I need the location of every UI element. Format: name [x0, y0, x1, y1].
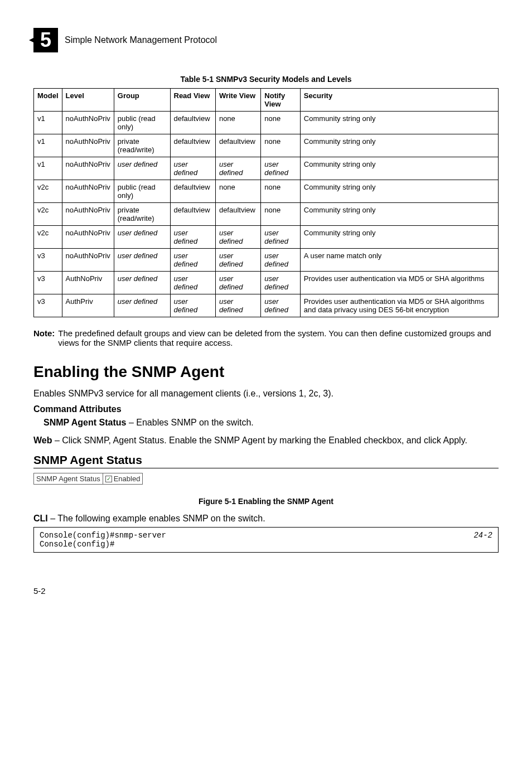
table-cell: noAuthNoPriv: [62, 203, 114, 226]
table-row: v1noAuthNoPrivpublic (read only)defaultv…: [34, 112, 499, 134]
figure-caption: Figure 5-1 Enabling the SNMP Agent: [33, 497, 499, 506]
table-cell: defaultview: [215, 134, 260, 157]
table-cell: v2c: [34, 226, 62, 249]
table-cell: A user name match only: [300, 249, 498, 272]
table-cell: user defined: [114, 294, 170, 317]
security-table: ModelLevelGroupRead ViewWrite ViewNotify…: [33, 88, 499, 317]
status-cell-enabled: ✓ Enabled: [103, 473, 143, 484]
table-cell: user defined: [261, 294, 301, 317]
table-cell: user defined: [170, 294, 215, 317]
table-cell: noAuthNoPriv: [62, 226, 114, 249]
table-row: v1noAuthNoPrivuser defineduser definedus…: [34, 157, 499, 180]
table-cell: v1: [34, 112, 62, 134]
note-text: The predefined default groups and view c…: [58, 328, 499, 347]
snmp-agent-status-heading: SNMP Agent Status: [33, 453, 499, 467]
note-label: Note:: [33, 328, 55, 347]
table-row: v2cnoAuthNoPrivprivate (read/write)defau…: [34, 203, 499, 226]
table-cell: Community string only: [300, 180, 498, 203]
table-cell: AuthNoPriv: [62, 272, 114, 294]
cli-code: Console(config)#snmp-server Console(conf…: [40, 531, 166, 549]
table-cell: v3: [34, 249, 62, 272]
enabled-label: Enabled: [114, 475, 141, 483]
table-cell: private (read/write): [114, 203, 170, 226]
note-block: Note: The predefined default groups and …: [33, 328, 499, 347]
table-cell: user defined: [261, 272, 301, 294]
table-cell: Provides user authentication via MD5 or …: [300, 272, 498, 294]
table-header-cell: Security: [300, 89, 498, 112]
table-cell: v2c: [34, 180, 62, 203]
table-cell: user defined: [170, 249, 215, 272]
table-cell: user defined: [114, 272, 170, 294]
cli-label: CLI: [33, 514, 48, 523]
divider: [33, 468, 499, 468]
table-header-cell: Model: [34, 89, 62, 112]
table-cell: user defined: [114, 226, 170, 249]
status-cell-label: SNMP Agent Status: [34, 473, 103, 484]
table-cell: none: [215, 180, 260, 203]
table-header-cell: Group: [114, 89, 170, 112]
table-cell: Community string only: [300, 203, 498, 226]
command-attributes-heading: Command Attributes: [33, 404, 499, 414]
table-header-cell: Read View: [170, 89, 215, 112]
table-row: v3AuthNoPrivuser defineduser defineduser…: [34, 272, 499, 294]
cli-code-box: Console(config)#snmp-server Console(conf…: [33, 527, 499, 553]
cli-instructions: CLI – The following example enables SNMP…: [33, 514, 499, 524]
table-cell: user defined: [114, 249, 170, 272]
table-cell: Community string only: [300, 134, 498, 157]
table-cell: none: [261, 112, 301, 134]
table-cell: user defined: [215, 294, 260, 317]
page-number: 5-2: [33, 586, 499, 596]
table-cell: defaultview: [170, 134, 215, 157]
table-cell: noAuthNoPriv: [62, 134, 114, 157]
table-row: v3AuthPrivuser defineduser defineduser d…: [34, 294, 499, 317]
table-cell: none: [261, 203, 301, 226]
table-cell: noAuthNoPriv: [62, 180, 114, 203]
table-cell: user defined: [261, 249, 301, 272]
table-cell: user defined: [215, 226, 260, 249]
table-cell: defaultview: [215, 203, 260, 226]
table-cell: noAuthNoPriv: [62, 112, 114, 134]
web-label: Web: [33, 436, 52, 445]
table-cell: Provides user authentication via MD5 or …: [300, 294, 498, 317]
table-cell: v3: [34, 294, 62, 317]
table-cell: v2c: [34, 203, 62, 226]
table-cell: v1: [34, 157, 62, 180]
table-cell: noAuthNoPriv: [62, 157, 114, 180]
table-cell: defaultview: [170, 180, 215, 203]
attr-name: SNMP Agent Status: [43, 418, 126, 427]
cli-text: – The following example enables SNMP on …: [48, 514, 265, 523]
command-attribute-line: SNMP Agent Status – Enables SNMP on the …: [43, 418, 499, 428]
table-cell: v1: [34, 134, 62, 157]
table-cell: defaultview: [170, 112, 215, 134]
table-cell: user defined: [261, 157, 301, 180]
chapter-badge: 5: [33, 28, 58, 52]
table-cell: public (read only): [114, 180, 170, 203]
attr-desc: – Enables SNMP on the switch.: [126, 418, 253, 427]
enabled-checkbox[interactable]: ✓: [105, 476, 112, 482]
cli-reference: 24-2: [467, 531, 492, 549]
web-instructions: Web – Click SNMP, Agent Status. Enable t…: [33, 436, 499, 446]
page-header: 5 Simple Network Management Protocol: [33, 28, 499, 52]
section-heading: Enabling the SNMP Agent: [33, 363, 499, 381]
table-header-cell: Write View: [215, 89, 260, 112]
table-row: v1noAuthNoPrivprivate (read/write)defaul…: [34, 134, 499, 157]
table-row: v2cnoAuthNoPrivuser defineduser definedu…: [34, 226, 499, 249]
section-intro: Enables SNMPv3 service for all managemen…: [33, 389, 499, 399]
table-row: v3noAuthNoPrivuser defineduser definedus…: [34, 249, 499, 272]
table-cell: none: [215, 112, 260, 134]
chapter-number: 5: [40, 28, 51, 52]
table-cell: v3: [34, 272, 62, 294]
table-cell: user defined: [215, 249, 260, 272]
snmp-agent-status-widget: SNMP Agent Status ✓ Enabled: [33, 473, 143, 485]
table-cell: none: [261, 134, 301, 157]
table-cell: noAuthNoPriv: [62, 249, 114, 272]
table-header-cell: Notify View: [261, 89, 301, 112]
table-cell: public (read only): [114, 112, 170, 134]
table-cell: user defined: [170, 157, 215, 180]
table-cell: user defined: [170, 226, 215, 249]
table-cell: user defined: [215, 157, 260, 180]
table-cell: user defined: [170, 272, 215, 294]
table-cell: Community string only: [300, 226, 498, 249]
table-cell: Community string only: [300, 112, 498, 134]
header-title: Simple Network Management Protocol: [65, 35, 217, 45]
